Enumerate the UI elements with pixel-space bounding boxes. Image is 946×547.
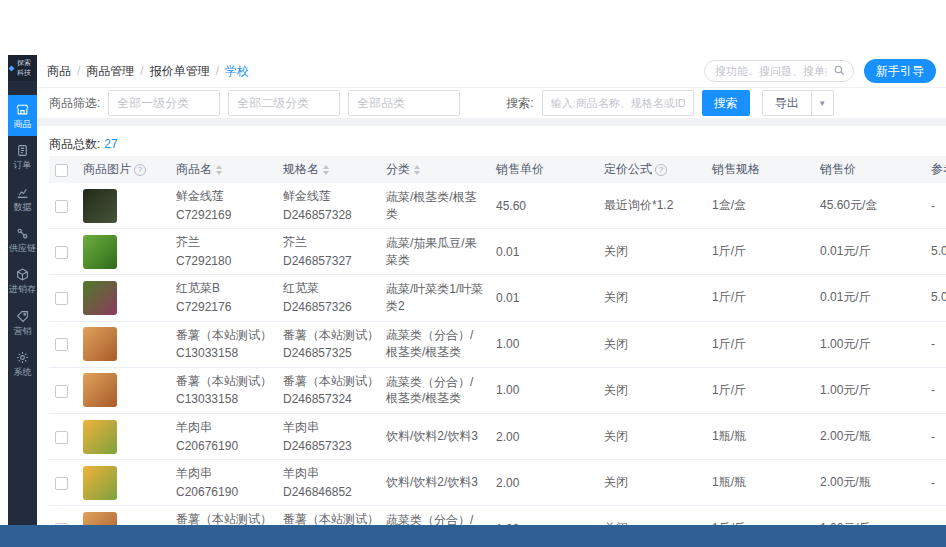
ref-cost: - [931, 430, 935, 444]
product-image[interactable] [83, 281, 117, 315]
sidebar-item-inventory[interactable]: 进销存 [8, 260, 37, 301]
filter-label: 商品筛选: [49, 95, 100, 112]
screen: 探索科技 商品 订单 数据 供应链 进销存 [0, 0, 946, 547]
spec-code: D246857325 [283, 344, 374, 363]
product-code: C13033158 [176, 390, 271, 409]
product-name: 羊肉串 [176, 464, 271, 483]
sidebar-item-data[interactable]: 数据 [8, 178, 37, 219]
breadcrumb-item[interactable]: 商品管理 [86, 63, 134, 80]
chevron-down-icon[interactable]: ▾ [811, 91, 833, 115]
product-code: C7292176 [176, 298, 271, 317]
product-search-input[interactable] [542, 90, 694, 116]
sale-price: 1.00元/斤 [820, 337, 871, 351]
spec-code: D246857327 [283, 252, 374, 271]
sidebar-item-marketing[interactable]: 营销 [8, 302, 37, 343]
product-image[interactable] [83, 327, 117, 361]
spec-name: 芥兰 [283, 233, 374, 252]
sidebar-item-goods[interactable]: 商品 [8, 95, 37, 136]
category: 蔬菜类（分合）/根茎类/根茎类 [386, 513, 473, 525]
category-level1-select[interactable]: 全部一级分类 [108, 90, 220, 116]
sidebar-nav: 商品 订单 数据 供应链 进销存 营销 [8, 95, 37, 384]
category-level3-select[interactable]: 全部品类 [348, 90, 460, 116]
sidebar-item-orders[interactable]: 订单 [8, 136, 37, 177]
pricing-formula: 关闭 [604, 383, 628, 397]
sale-spec: 1斤/斤 [712, 337, 746, 351]
sale-spec: 1斤/斤 [712, 244, 746, 258]
product-image[interactable] [83, 189, 117, 223]
pricing-formula: 关闭 [604, 244, 628, 258]
product-name: 芥兰 [176, 233, 271, 252]
product-image[interactable] [83, 235, 117, 269]
table-body: 鲜金线莲C7292169 鲜金线莲D246857328 蔬菜/根茎类/根茎类 4… [49, 183, 946, 525]
pricing-formula: 关闭 [604, 475, 628, 489]
help-icon[interactable]: ? [134, 164, 146, 176]
category: 蔬菜类（分合）/根茎类/根茎类 [386, 328, 473, 359]
breadcrumb: 商品 / 商品管理 / 报价单管理 / 学校 [47, 63, 249, 80]
product-name: 红苋菜B [176, 279, 271, 298]
breadcrumb-item-current[interactable]: 学校 [225, 63, 249, 80]
sort-icon[interactable] [414, 165, 420, 175]
table-row: 番薯（本站测试）C13033158 番薯（本站测试）D246857324 蔬菜类… [49, 367, 946, 413]
sidebar-item-label: 数据 [13, 202, 33, 212]
spec-name: 番薯（本站测试） [283, 372, 374, 391]
row-checkbox[interactable] [55, 477, 68, 490]
logo-icon [8, 65, 15, 72]
sort-icon[interactable] [323, 165, 329, 175]
spec-name: 羊肉串 [283, 418, 374, 437]
row-checkbox[interactable] [55, 200, 68, 213]
table-row: 芥兰C7292180 芥兰D246857327 蔬菜/茄果瓜豆/果菜类 0.01… [49, 229, 946, 275]
table-row: 羊肉串C20676190 羊肉串D246846852 饮料/饮料2/饮料3 2.… [49, 460, 946, 506]
spec-code: D246857324 [283, 390, 374, 409]
tag-icon [16, 310, 29, 323]
product-count-value: 27 [104, 137, 117, 151]
spec-code: D246846852 [283, 483, 374, 502]
category-level2-select[interactable]: 全部二级分类 [228, 90, 340, 116]
sale-price: 2.00元/瓶 [820, 429, 871, 443]
product-image[interactable] [83, 466, 117, 500]
spec-code: D246857326 [283, 298, 374, 317]
search-button[interactable]: 搜索 [702, 90, 750, 116]
row-checkbox[interactable] [55, 431, 68, 444]
sidebar-item-supply-chain[interactable]: 供应链 [8, 219, 37, 260]
spec-code: D246857323 [283, 437, 374, 456]
ref-cost: 5.00元 [931, 244, 946, 258]
help-icon[interactable]: ? [655, 164, 667, 176]
product-image[interactable] [83, 512, 117, 525]
col-header-name: 商品名 [176, 162, 212, 176]
guide-button[interactable]: 新手引导 [864, 59, 936, 83]
row-checkbox[interactable] [55, 246, 68, 259]
unit-price: 0.01 [496, 245, 519, 259]
ref-cost: - [931, 476, 935, 490]
category: 蔬菜/茄果瓜豆/果菜类 [386, 236, 477, 267]
product-table: 商品图片? 商品名 规格名 分类 销售单价 定价公式? 销售规格 销售价 参考成 [49, 156, 946, 525]
breadcrumb-item[interactable]: 商品 [47, 63, 71, 80]
table-row: 番薯（本站测试）C13033158 番薯（本站测试）D246846850 蔬菜类… [49, 506, 946, 525]
sidebar-item-system[interactable]: 系统 [8, 343, 37, 384]
export-split-button: 导出 ▾ [762, 90, 834, 116]
sale-price: 2.00元/瓶 [820, 475, 871, 489]
breadcrumb-item[interactable]: 报价单管理 [150, 63, 210, 80]
export-button[interactable]: 导出 [763, 91, 811, 115]
pricing-formula: 关闭 [604, 337, 628, 351]
unit-price: 2.00 [496, 430, 519, 444]
select-all-checkbox[interactable] [55, 164, 68, 177]
pricing-formula: 关闭 [604, 290, 628, 304]
row-checkbox[interactable] [55, 292, 68, 305]
sale-price: 0.01元/斤 [820, 290, 871, 304]
table-header-row: 商品图片? 商品名 规格名 分类 销售单价 定价公式? 销售规格 销售价 参考成 [49, 156, 946, 183]
sort-icon[interactable] [216, 165, 222, 175]
product-count: 商品总数: 27 [49, 132, 946, 156]
help-search-input[interactable] [704, 60, 854, 82]
product-name: 番薯（本站测试） [176, 510, 271, 525]
table-row: 红苋菜BC7292176 红苋菜D246857326 蔬菜/叶菜类1/叶菜类2 … [49, 275, 946, 321]
row-checkbox[interactable] [55, 385, 68, 398]
product-image[interactable] [83, 373, 117, 407]
breadcrumb-separator: / [140, 64, 143, 78]
row-checkbox[interactable] [55, 338, 68, 351]
unit-price: 45.60 [496, 199, 526, 213]
product-image[interactable] [83, 420, 117, 454]
product-table-wrap: 商品图片? 商品名 规格名 分类 销售单价 定价公式? 销售规格 销售价 参考成 [49, 156, 946, 525]
app-logo: 探索科技 [8, 55, 37, 81]
pricing-formula: 最近询价*1.2 [604, 198, 673, 212]
search-icon[interactable] [833, 64, 846, 77]
